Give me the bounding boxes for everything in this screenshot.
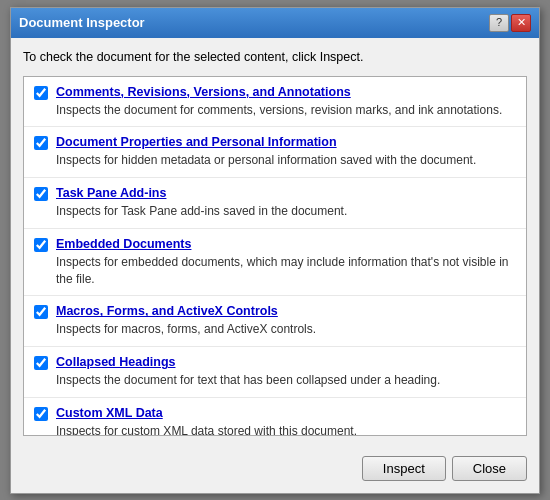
checkbox-input-xmldata[interactable]: [34, 407, 48, 421]
item-title-embedded: Embedded Documents: [56, 237, 516, 251]
title-bar-controls: ? ✕: [489, 14, 531, 32]
item-content-properties: Document Properties and Personal Informa…: [56, 135, 516, 169]
dialog-title: Document Inspector: [19, 15, 145, 30]
item-desc-comments: Inspects the document for comments, vers…: [56, 102, 516, 119]
checkbox-comments[interactable]: [34, 86, 48, 103]
checkbox-input-headings[interactable]: [34, 356, 48, 370]
item-title-comments: Comments, Revisions, Versions, and Annot…: [56, 85, 516, 99]
item-title-taskpane: Task Pane Add-ins: [56, 186, 516, 200]
dialog-body: To check the document for the selected c…: [11, 38, 539, 448]
item-content-taskpane: Task Pane Add-insInspects for Task Pane …: [56, 186, 516, 220]
content-area: Comments, Revisions, Versions, and Annot…: [23, 76, 527, 436]
checkbox-xmldata[interactable]: [34, 407, 48, 424]
list-item: Custom XML DataInspects for custom XML d…: [24, 398, 526, 435]
item-content-macros: Macros, Forms, and ActiveX ControlsInspe…: [56, 304, 516, 338]
item-content-comments: Comments, Revisions, Versions, and Annot…: [56, 85, 516, 119]
inspection-list[interactable]: Comments, Revisions, Versions, and Annot…: [23, 76, 527, 436]
instruction-text: To check the document for the selected c…: [23, 50, 527, 64]
item-desc-headings: Inspects the document for text that has …: [56, 372, 516, 389]
item-title-xmldata: Custom XML Data: [56, 406, 516, 420]
checkbox-macros[interactable]: [34, 305, 48, 322]
item-content-xmldata: Custom XML DataInspects for custom XML d…: [56, 406, 516, 435]
list-item: Embedded DocumentsInspects for embedded …: [24, 229, 526, 297]
checkbox-input-embedded[interactable]: [34, 238, 48, 252]
item-desc-taskpane: Inspects for Task Pane add-ins saved in …: [56, 203, 516, 220]
checkbox-taskpane[interactable]: [34, 187, 48, 204]
item-title-headings: Collapsed Headings: [56, 355, 516, 369]
window-close-button[interactable]: ✕: [511, 14, 531, 32]
item-desc-xmldata: Inspects for custom XML data stored with…: [56, 423, 516, 435]
list-item: Document Properties and Personal Informa…: [24, 127, 526, 178]
checkbox-input-comments[interactable]: [34, 86, 48, 100]
item-content-embedded: Embedded DocumentsInspects for embedded …: [56, 237, 516, 288]
checkbox-input-macros[interactable]: [34, 305, 48, 319]
item-desc-embedded: Inspects for embedded documents, which m…: [56, 254, 516, 288]
item-title-properties: Document Properties and Personal Informa…: [56, 135, 516, 149]
title-bar: Document Inspector ? ✕: [11, 8, 539, 38]
inspect-button[interactable]: Inspect: [362, 456, 446, 481]
checkbox-input-taskpane[interactable]: [34, 187, 48, 201]
help-button[interactable]: ?: [489, 14, 509, 32]
close-button[interactable]: Close: [452, 456, 527, 481]
item-desc-properties: Inspects for hidden metadata or personal…: [56, 152, 516, 169]
checkbox-input-properties[interactable]: [34, 136, 48, 150]
checkbox-properties[interactable]: [34, 136, 48, 153]
list-item: Macros, Forms, and ActiveX ControlsInspe…: [24, 296, 526, 347]
checkbox-embedded[interactable]: [34, 238, 48, 255]
list-item: Comments, Revisions, Versions, and Annot…: [24, 77, 526, 128]
item-content-headings: Collapsed HeadingsInspects the document …: [56, 355, 516, 389]
item-desc-macros: Inspects for macros, forms, and ActiveX …: [56, 321, 516, 338]
dialog-footer: Inspect Close: [11, 448, 539, 493]
item-title-macros: Macros, Forms, and ActiveX Controls: [56, 304, 516, 318]
document-inspector-dialog: Document Inspector ? ✕ To check the docu…: [10, 7, 540, 494]
list-item: Collapsed HeadingsInspects the document …: [24, 347, 526, 398]
list-item: Task Pane Add-insInspects for Task Pane …: [24, 178, 526, 229]
checkbox-headings[interactable]: [34, 356, 48, 373]
